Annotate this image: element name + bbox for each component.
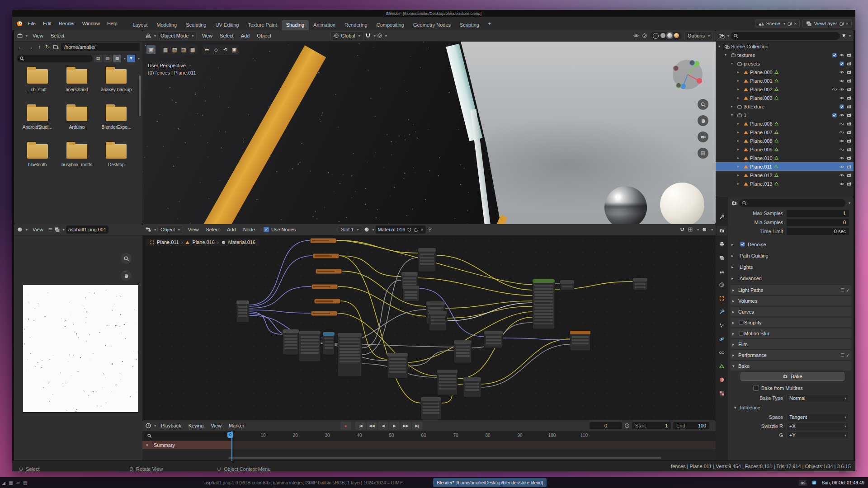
- folder-item[interactable]: AndroidStudi...: [18, 107, 57, 130]
- prev-keyframe-button[interactable]: ◀◀: [367, 422, 377, 430]
- space-dropdown[interactable]: Tangent▾: [787, 413, 849, 421]
- properties-tab-scene[interactable]: [717, 267, 727, 276]
- display-detail-button[interactable]: ▥: [104, 55, 112, 62]
- outliner-row-plane-010[interactable]: ▸Plane.010: [716, 154, 854, 162]
- folder-item[interactable]: Desktop: [97, 144, 136, 167]
- shader-menu-view[interactable]: View: [184, 225, 203, 234]
- proportional-edit-icon[interactable]: [377, 33, 382, 38]
- display-list-button[interactable]: ▤: [94, 55, 102, 62]
- channel-search-input[interactable]: [144, 432, 233, 440]
- outliner-row-plane-011[interactable]: ▸Plane.011: [716, 162, 854, 171]
- filter-icon[interactable]: [841, 33, 846, 38]
- copy-icon[interactable]: [414, 227, 419, 232]
- min-samples-field[interactable]: 0: [787, 219, 849, 226]
- workspace-tab-geometry-nodes[interactable]: Geometry Nodes: [409, 20, 455, 30]
- shader-menu-node[interactable]: Node: [240, 225, 259, 234]
- shading-mode-solid-icon[interactable]: [660, 33, 665, 38]
- viewport-menu-view[interactable]: View: [198, 32, 216, 40]
- properties-tab-modifiers[interactable]: [717, 307, 727, 317]
- editor-type-icon[interactable]: [145, 226, 151, 233]
- outliner-row-presets[interactable]: ▾presets: [716, 59, 854, 68]
- editor-type-icon[interactable]: [17, 226, 23, 233]
- properties-search-input[interactable]: [739, 199, 845, 207]
- outliner-search-input[interactable]: [731, 32, 840, 40]
- unlink-scene-icon[interactable]: ×: [794, 21, 797, 26]
- slot-selector[interactable]: Slot 1▾: [338, 225, 362, 234]
- pan-hand-icon[interactable]: [698, 115, 708, 126]
- zoom-icon[interactable]: [121, 253, 132, 264]
- files-icon[interactable]: ▱: [14, 480, 22, 485]
- window-titlebar[interactable]: Blender* [/home/amalie/Desktop/blender/s…: [12, 10, 855, 17]
- active-tool-button[interactable]: ▣: [146, 45, 156, 54]
- blender-logo-icon[interactable]: [16, 20, 23, 27]
- shading-mode-material-icon[interactable]: [667, 33, 672, 38]
- workspace-tab-modeling[interactable]: Modeling: [152, 20, 182, 30]
- material-icon[interactable]: [363, 226, 370, 233]
- properties-tab-texture[interactable]: [717, 389, 727, 398]
- file-search-input[interactable]: [17, 55, 93, 62]
- new-folder-icon[interactable]: [53, 44, 59, 50]
- bake-type-dropdown[interactable]: Normal▾: [787, 394, 849, 402]
- shading-mode-rendered-icon[interactable]: [674, 33, 679, 38]
- image-name-field[interactable]: asphalt1.png.001: [66, 225, 108, 234]
- show-overlays-icon[interactable]: [642, 33, 647, 38]
- scene-selector[interactable]: Scene ▾ ×: [755, 19, 800, 28]
- current-frame-field[interactable]: 0: [590, 422, 622, 429]
- overlay-grid-icon[interactable]: [688, 227, 693, 232]
- outliner-row-plane-012[interactable]: ▸Plane.012: [716, 171, 854, 179]
- panel-denoise[interactable]: ▸ Denoise: [728, 239, 854, 250]
- unlink-material-icon[interactable]: ×: [420, 227, 423, 232]
- outliner-row-scene-collection[interactable]: ▾Scene Collection: [716, 42, 854, 51]
- gizmo-toggle-button[interactable]: ▭: [203, 45, 212, 54]
- menu-render[interactable]: Render: [55, 19, 79, 28]
- viewport-scene[interactable]: ▣ ▦▧▨▩ ▭◇⟲▣ User Perspective (0) fences …: [142, 41, 716, 224]
- options-button[interactable]: Options▾: [684, 31, 713, 40]
- mode-selector[interactable]: Object Mode▾: [157, 31, 197, 40]
- summary-channel-row[interactable]: ▾Summary: [142, 441, 716, 449]
- outliner-row-plane-000[interactable]: ▸Plane.000: [716, 68, 854, 76]
- workspace-tab-animation[interactable]: Animation: [309, 20, 340, 30]
- timeline-ruler[interactable]: 102030405060708090100110 0: [142, 431, 716, 441]
- display-grid-button[interactable]: ▦: [113, 55, 121, 62]
- outliner-row-3dtexture[interactable]: ▸3dtexture: [716, 102, 854, 111]
- chevron-down-icon[interactable]: ▾: [138, 56, 140, 61]
- chevron-down-icon[interactable]: ▾: [849, 34, 851, 38]
- start-frame-field[interactable]: Start1: [632, 422, 671, 429]
- node-graph-canvas[interactable]: [142, 235, 716, 420]
- timeline-menu-marker[interactable]: Marker: [225, 422, 248, 430]
- outliner-row-plane-006[interactable]: ▸Plane.006: [716, 119, 854, 128]
- play-button[interactable]: ▶: [389, 422, 400, 430]
- gizmo-toggle-button[interactable]: ▣: [230, 45, 239, 54]
- panel-performance[interactable]: ▸ Performance ☰∨: [730, 350, 851, 360]
- timeline-scrollbar[interactable]: [228, 457, 661, 459]
- clock[interactable]: Sun, 06 Oct 01:49:49: [821, 480, 864, 485]
- properties-tab-viewlayer[interactable]: [717, 253, 727, 263]
- timeline-menu-keying[interactable]: Keying: [185, 422, 208, 430]
- outliner-row-textures[interactable]: ▾textures: [716, 51, 854, 59]
- panel-motion-blur[interactable]: ▸ Motion Blur: [730, 328, 851, 338]
- terminal-icon[interactable]: ▤: [22, 480, 29, 485]
- tray-app-icon[interactable]: [811, 480, 817, 485]
- properties-tab-render[interactable]: [717, 226, 727, 235]
- panel-simplify[interactable]: ▸ Simplify: [730, 318, 851, 327]
- panel-advanced[interactable]: ▸ Advanced: [728, 272, 854, 284]
- shader-menu-select[interactable]: Select: [202, 225, 223, 234]
- refresh-button[interactable]: ↻: [44, 43, 51, 51]
- gizmo-toggle-button[interactable]: ⟲: [221, 45, 230, 54]
- workspace-tab-layout[interactable]: Layout: [128, 20, 152, 30]
- timeline-menu-view[interactable]: View: [207, 422, 225, 430]
- shading-mode-wireframe-icon[interactable]: [653, 33, 659, 39]
- up-button[interactable]: ↑: [37, 43, 42, 51]
- preview-sphere-icon[interactable]: [702, 227, 707, 232]
- add-workspace-button[interactable]: +: [485, 19, 495, 28]
- menu-help[interactable]: Help: [104, 19, 121, 28]
- outliner-row-plane-009[interactable]: ▸Plane.009: [716, 145, 854, 154]
- material-name-field[interactable]: Material.016 ×: [376, 225, 426, 234]
- bake-multires-toggle[interactable]: Bake from Multires: [728, 382, 854, 394]
- outliner-row-plane-007[interactable]: ▸Plane.007: [716, 128, 854, 136]
- bake-button[interactable]: Bake: [741, 372, 844, 381]
- camera-view-icon[interactable]: [698, 131, 708, 142]
- show-gizmo-icon[interactable]: [633, 33, 639, 39]
- path-field[interactable]: /home/amalie/: [61, 43, 140, 51]
- folder-item[interactable]: busybox_rootfs: [57, 144, 96, 167]
